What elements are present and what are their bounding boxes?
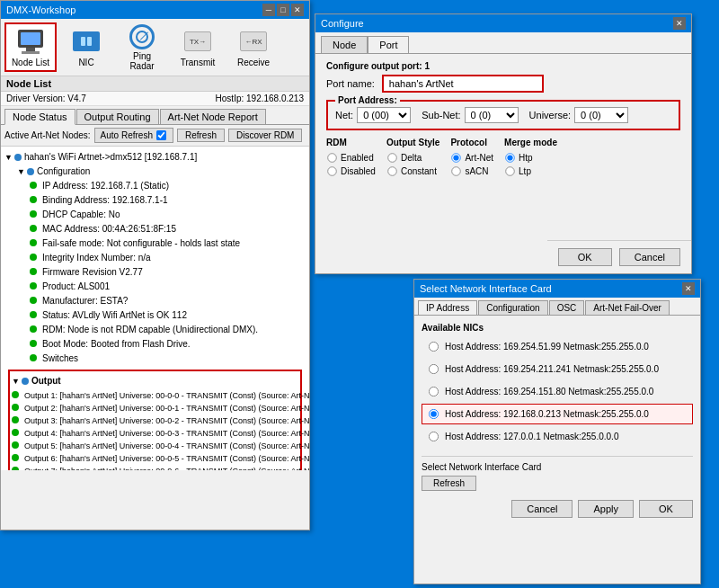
nic-label: Host Address: 169.254.51.99 Netmask:255.… [445,342,649,352]
configure-ok-button[interactable]: OK [558,248,612,266]
main-window-title: DMX-Workshop [6,4,75,15]
output-item-text: Output 6: [hahan's ArtNet] Universe: 00-… [24,452,309,465]
output-item-text: Output 7: [hahan's ArtNet] Universe: 00-… [24,465,309,470]
configure-body: Configure output port: 1 Port name: Port… [315,53,691,184]
output-expand-icon[interactable]: ▼ [12,374,20,388]
protocol-artnet-radio[interactable] [452,153,461,162]
config-expand-icon[interactable]: ▼ [17,165,25,179]
output-header[interactable]: ▼ Output [12,373,298,389]
auto-refresh-checkbox[interactable] [156,130,166,140]
tab-output-routing[interactable]: Output Routing [76,109,159,124]
tree-config-item: IP Address: 192.168.7.1 (Static) [4,179,306,193]
nic-cancel-button[interactable]: Cancel [511,500,573,518]
nic-label: Host Address: 169.254.151.80 Netmask:255… [445,387,653,396]
tree-view[interactable]: ▼ hahan's WiFi Artnet->dmx512 [192.168.7… [1,147,309,470]
ping-radar-icon [128,24,156,49]
host-ip: HostIp: 192.168.0.213 [216,94,304,103]
main-window: DMX-Workshop ─ □ ✕ Node List [0,0,310,530]
subnet-field: Sub-Net: 0 (0) [422,107,518,123]
nic-tabs: IP Address Configuration OSC Art-Net Fai… [414,298,700,315]
nic-tab-config[interactable]: Configuration [478,300,547,315]
tab-artnet-report[interactable]: Art-Net Node Report [160,109,266,124]
nic-label: Host Address: 127.0.0.1 Netmask:255.0.0.… [445,432,618,441]
toolbar-ping-radar[interactable]: Ping Radar [116,22,168,72]
nic-tab-failover[interactable]: Art-Net Fail-Over [585,300,670,315]
nic-radio[interactable] [429,409,439,419]
toolbar-transmit[interactable]: TX→ Transmit [172,22,224,72]
nic-body: Available NICs Host Address: 169.254.51.… [414,315,700,456]
rdm-disabled-radio[interactable] [327,166,336,175]
nic-close-button[interactable]: ✕ [682,282,695,295]
output-section: ▼ Output Output 1: [hahan's ArtNet] Univ… [8,370,302,470]
port-name-input[interactable] [382,75,544,93]
protocol-sacn-radio[interactable] [452,166,461,175]
nic-radio[interactable] [429,364,439,374]
root-expand-icon[interactable]: ▼ [4,150,13,165]
tree-configuration[interactable]: ▼ Configuration [4,165,306,179]
nic-radio[interactable] [429,387,439,396]
auto-refresh-label: Auto Refresh [101,130,153,140]
config-tab-node[interactable]: Node [321,36,368,53]
discover-rdm-button[interactable]: Discover RDM [228,129,302,142]
merge-htp-radio[interactable] [505,153,514,162]
close-button[interactable]: ✕ [291,4,304,16]
configure-cancel-button[interactable]: Cancel [619,248,680,266]
minimize-button[interactable]: ─ [262,4,275,16]
nic-apply-button[interactable]: Apply [578,500,634,518]
node-toolbar: Active Art-Net Nodes: Auto Refresh Refre… [1,125,309,147]
output-text: Output [31,374,61,388]
rdm-enabled-row: Enabled [326,152,376,164]
toolbar-node-list[interactable]: Node List [4,22,57,72]
item-dot-icon [30,294,40,308]
refresh-button[interactable]: Refresh [177,129,225,142]
nic-refresh-button[interactable]: Refresh [422,476,476,491]
tree-config-item: Boot Mode: Booted from Flash Drive. [4,337,306,352]
subnet-select[interactable]: 0 (0) [465,107,519,123]
nic-tab-osc[interactable]: OSC [549,300,585,315]
configure-close-button[interactable]: ✕ [673,17,686,30]
tab-node-status[interactable]: Node Status [4,109,75,125]
config-tab-port[interactable]: Port [368,36,409,53]
nic-window: Select Network Interface Card ✕ IP Addre… [413,279,701,584]
nic-tab-ip[interactable]: IP Address [418,300,477,315]
output-dot-icon [12,414,22,427]
output-delta-radio[interactable] [387,153,396,162]
auto-refresh-button[interactable]: Auto Refresh [94,128,173,143]
nic-radio[interactable] [429,342,439,352]
output-item: Output 1: [hahan's ArtNet] Universe: 00-… [12,389,298,402]
nic-item[interactable]: Host Address: 127.0.0.1 Netmask:255.0.0.… [422,426,693,447]
port-address-legend: Port Address: [335,95,400,105]
universe-select[interactable]: 0 (0) [574,107,628,123]
nic-radio[interactable] [429,432,439,441]
output-dot-icon [12,402,22,414]
toolbar-nic[interactable]: NIC [60,22,112,72]
nic-item[interactable]: Host Address: 192.168.0.213 Netmask:255.… [422,404,693,424]
rdm-disabled-row: Disabled [326,165,376,177]
item-dot-icon [30,179,40,193]
nic-item[interactable]: Host Address: 169.254.211.241 Netmask:25… [422,359,693,379]
net-select[interactable]: 0 (00) [357,107,411,123]
output-item-text: Output 2: [hahan's ArtNet] Universe: 00-… [24,402,309,414]
toolbar-nic-label: NIC [78,58,93,67]
tree-config-item: Manufacturer: ESTA? [4,294,306,308]
output-item-text: Output 5: [hahan's ArtNet] Universe: 00-… [24,440,309,452]
configure-title-bar: Configure ✕ [315,14,691,32]
output-constant-row: Constant [386,165,439,177]
output-constant-radio[interactable] [387,166,396,175]
config-item-text: Product: ALS001 [42,280,110,294]
item-dot-icon [30,323,40,337]
title-bar-buttons: ─ □ ✕ [262,4,304,16]
tree-root[interactable]: ▼ hahan's WiFi Artnet->dmx512 [192.168.7… [4,150,306,165]
merge-ltp-radio[interactable] [505,166,514,175]
nic-title-bar: Select Network Interface Card ✕ [414,280,700,298]
nic-ok-button[interactable]: OK [639,500,693,518]
maximize-button[interactable]: □ [277,4,289,16]
item-dot-icon [30,251,40,265]
nic-item[interactable]: Host Address: 169.254.151.80 Netmask:255… [422,381,693,402]
output-item: Output 7: [hahan's ArtNet] Universe: 00-… [12,465,298,470]
rdm-enabled-radio[interactable] [327,153,336,162]
active-nodes-label: Active Art-Net Nodes: [4,130,91,140]
config-item-text: IP Address: 192.168.7.1 (Static) [42,179,169,193]
nic-item[interactable]: Host Address: 169.254.51.99 Netmask:255.… [422,336,693,357]
toolbar-receive[interactable]: ←RX Receive [227,22,280,72]
